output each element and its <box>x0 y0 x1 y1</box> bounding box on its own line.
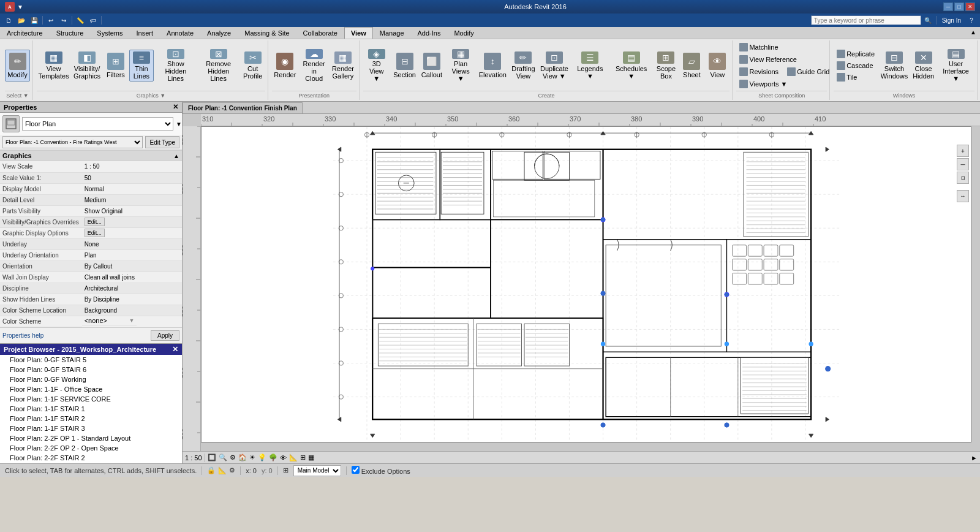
duplicate-view-button[interactable]: ⊡ DuplicateView ▼ <box>538 50 570 82</box>
render-button[interactable]: ◉ Render <box>272 50 298 82</box>
view-template-select[interactable]: Floor Plan: -1 Convention - Fire Ratings… <box>2 136 143 148</box>
search-button[interactable]: 🔍 <box>922 15 934 26</box>
browser-close-button[interactable]: ✕ <box>172 345 178 354</box>
zoom-fit-button[interactable]: ⊡ <box>957 172 969 184</box>
view-tab-conv-finish[interactable]: Floor Plan: -1 Convention Finish Plan <box>183 102 303 113</box>
prop-value-detail-level[interactable]: Medium <box>82 194 182 205</box>
qa-user-button[interactable]: Sign In <box>938 15 965 26</box>
view-templates-button[interactable]: ▦ ViewTemplates <box>37 50 70 82</box>
prop-value-underlay[interactable]: None <box>82 238 182 249</box>
schedules-button[interactable]: ▤ Schedules ▼ <box>610 50 652 82</box>
view-ctrl-icon-8[interactable]: 👁 <box>280 454 287 462</box>
minimize-button[interactable]: ─ <box>943 2 953 11</box>
browser-item-2f-stair2[interactable]: Floor Plan: 2-2F STAIR 2 <box>0 453 182 463</box>
qa-new-button[interactable]: 🗋 <box>2 15 15 26</box>
graphic-display-edit-button[interactable]: Edit... <box>85 229 105 237</box>
browser-item-gf-stair-5[interactable]: Floor Plan: 0-GF STAIR 5 <box>0 355 182 365</box>
search-input[interactable] <box>811 15 921 25</box>
tab-systems[interactable]: Systems <box>90 27 129 39</box>
zoom-out-button[interactable]: ─ <box>957 158 969 170</box>
tab-analyze[interactable]: Analyze <box>200 27 238 39</box>
render-gallery-button[interactable]: ▦ RenderGallery <box>330 50 356 82</box>
view-ctrl-icon-2[interactable]: 🔍 <box>219 454 227 462</box>
visibility-edit-button[interactable]: Edit... <box>85 218 105 226</box>
graphics-section-toggle[interactable]: ▲ <box>173 153 179 159</box>
scope-box-button[interactable]: ⊞ ScopeBox <box>654 50 678 82</box>
expand-ribbon-button[interactable]: ▲ <box>967 27 980 39</box>
prop-value-display-model[interactable]: Normal <box>82 183 182 194</box>
tab-massing-site[interactable]: Massing & Site <box>238 27 296 39</box>
apply-button[interactable]: Apply <box>151 330 179 341</box>
revisions-button[interactable]: Revisions <box>736 66 782 77</box>
prop-value-parts-visibility[interactable]: Show Original <box>82 205 182 216</box>
model-select[interactable]: Main Model <box>293 465 341 476</box>
3d-view-button[interactable]: ◈ 3DView ▼ <box>363 50 390 82</box>
tab-add-ins[interactable]: Add-Ins <box>411 27 448 39</box>
replicate-button[interactable]: Replicate <box>834 48 878 59</box>
view-create-button[interactable]: 👁 View <box>705 50 729 82</box>
cut-profile-button[interactable]: ✂ CutProfile <box>241 50 265 82</box>
exclude-options-checkbox[interactable] <box>352 466 360 474</box>
show-hidden-button[interactable]: ⊡ ShowHidden Lines <box>155 50 197 82</box>
modify-button[interactable]: ✏ Modify <box>5 50 30 82</box>
tab-modify[interactable]: Modify <box>447 27 480 39</box>
view-ctrl-icon-7[interactable]: 🌳 <box>269 454 277 462</box>
tab-structure[interactable]: Structure <box>50 27 91 39</box>
prop-value-view-scale[interactable]: 1 : 50 <box>82 161 182 172</box>
thin-lines-button[interactable]: ≡ ThinLines <box>129 50 154 82</box>
prop-value-discipline[interactable]: Architectural <box>82 283 182 294</box>
browser-item-gf-stair-6[interactable]: Floor Plan: 0-GF STAIR 6 <box>0 365 182 374</box>
render-cloud-button[interactable]: ☁ Renderin Cloud <box>300 50 328 82</box>
view-ctrl-icon-9[interactable]: 📐 <box>289 454 298 462</box>
drafting-view-button[interactable]: ✏ DraftingView <box>510 50 537 82</box>
prop-value-underlay-orientation[interactable]: Plan <box>82 249 182 260</box>
filters-button[interactable]: ⊞ Filters <box>104 50 128 82</box>
pan-button[interactable]: ↔ <box>957 190 969 202</box>
view-ctrl-icon-5[interactable]: ☀ <box>249 454 255 462</box>
prop-value-orientation[interactable]: By Callout <box>82 260 182 272</box>
visibility-graphics-button[interactable]: ◧ Visibility/Graphics <box>72 50 102 82</box>
element-type-select[interactable]: Floor Plan <box>22 117 173 131</box>
edit-type-button[interactable]: Edit Type <box>145 136 179 148</box>
switch-windows-button[interactable]: ⊟ SwitchWindows <box>879 50 910 82</box>
remove-hidden-button[interactable]: ⊠ RemoveHidden Lines <box>198 50 239 82</box>
status-icon-3[interactable]: ⚙ <box>229 466 235 474</box>
browser-item-1f-stair1[interactable]: Floor Plan: 1-1F STAIR 1 <box>0 404 182 414</box>
view-ctrl-icon-3[interactable]: ⚙ <box>230 454 236 462</box>
browser-item-1f-service[interactable]: Floor Plan: 1-1F SERVICE CORE <box>0 394 182 404</box>
qa-tag-button[interactable]: 🏷 <box>87 15 99 26</box>
drawing-canvas[interactable]: 310 320 330 340 350 360 <box>183 114 980 451</box>
qa-save-button[interactable]: 💾 <box>28 15 40 26</box>
matchline-button[interactable]: Matchline <box>736 42 781 53</box>
tab-insert[interactable]: Insert <box>130 27 160 39</box>
browser-item-2f-op2[interactable]: Floor Plan: 2-2F OP 2 - Open Space <box>0 443 182 453</box>
tab-view[interactable]: View <box>344 27 373 39</box>
view-ctrl-icon-right[interactable]: ► <box>971 454 978 462</box>
view-reference-button[interactable]: View Reference <box>736 54 799 65</box>
view-ctrl-icon-11[interactable]: ▦ <box>308 454 314 462</box>
view-ctrl-icon-10[interactable]: ⊞ <box>300 454 306 462</box>
tab-annotate[interactable]: Annotate <box>160 27 200 39</box>
cascade-button[interactable]: Cascade <box>834 60 878 71</box>
prop-value-wall-join[interactable]: Clean all wall joins <box>82 272 182 283</box>
legends-button[interactable]: ☰ Legends ▼ <box>571 50 609 82</box>
close-hidden-button[interactable]: ✕ CloseHidden <box>911 50 936 82</box>
zoom-in-button[interactable]: + <box>957 145 969 157</box>
graphics-section-header[interactable]: Graphics ▲ <box>0 150 182 161</box>
browser-item-gf-working[interactable]: Floor Plan: 0-GF Working <box>0 374 182 384</box>
status-workset-icon[interactable]: ⊞ <box>283 466 288 474</box>
plan-views-button[interactable]: ▦ PlanViews ▼ <box>445 50 475 82</box>
qa-undo-button[interactable]: ↩ <box>45 15 57 26</box>
status-icon-2[interactable]: 📐 <box>218 466 227 474</box>
elevation-button[interactable]: ↕ Elevation <box>477 50 508 82</box>
tile-button[interactable]: Tile <box>834 72 878 83</box>
browser-item-1f-stair2[interactable]: Floor Plan: 1-1F STAIR 2 <box>0 414 182 424</box>
properties-close-button[interactable]: ✕ <box>173 103 178 111</box>
prop-value-show-hidden[interactable]: By Discipline <box>82 294 182 305</box>
view-ctrl-icon-4[interactable]: 🏠 <box>238 454 247 462</box>
user-interface-button[interactable]: ▤ UserInterface ▼ <box>937 50 974 82</box>
browser-item-1f-office[interactable]: Floor Plan: 1-1F - Office Space <box>0 384 182 394</box>
status-icon-1[interactable]: 🔒 <box>207 466 216 474</box>
tab-collaborate[interactable]: Collaborate <box>296 27 344 39</box>
prop-value-scale-value[interactable]: 50 <box>82 172 182 183</box>
